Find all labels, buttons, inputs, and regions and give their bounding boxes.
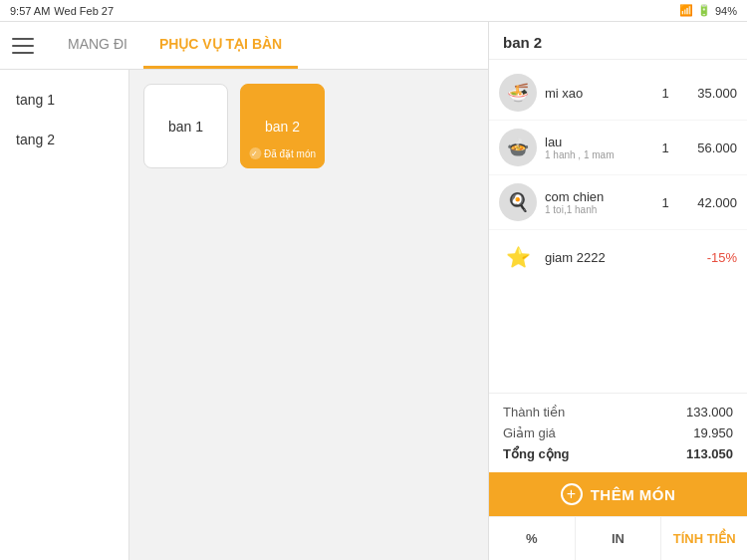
top-nav: MANG ĐI PHỤC VỤ TẠI BÀN <box>0 22 488 70</box>
status-left: 9:57 AM Wed Feb 27 <box>10 5 114 17</box>
floor-item-tang1[interactable]: tang 1 <box>0 80 128 120</box>
order-item: 🍳 com chien 1 toi,1 hanh 1 42.000 <box>489 175 747 230</box>
date: Wed Feb 27 <box>54 5 114 17</box>
right-panel: ban 2 🍜 mi xao 1 35.000 🍲 lau 1 hanh , 1… <box>488 22 747 560</box>
item-image-comchien: 🍳 <box>499 183 537 221</box>
percent-button[interactable]: % <box>489 517 576 560</box>
summary-discount: Giảm giá 19.950 <box>503 422 733 443</box>
status-bar: 9:57 AM Wed Feb 27 📶 🔋 94% <box>0 0 747 22</box>
bottom-actions: % IN TÍNH TIỀN <box>489 516 747 560</box>
time: 9:57 AM <box>10 5 50 17</box>
order-summary: Thành tiền 133.000 Giảm giá 19.950 Tổng … <box>489 393 747 472</box>
table-area: ban 1 ban 2 ✓ Đã đặt món <box>129 70 488 560</box>
discount-icon: ⭐ <box>499 238 537 276</box>
battery-percent: 94% <box>715 5 737 17</box>
table-card-ban2[interactable]: ban 2 ✓ Đã đặt món <box>240 84 325 168</box>
app-container: MANG ĐI PHỤC VỤ TẠI BÀN tang 1 tang 2 <box>0 22 747 560</box>
check-icon: ✓ <box>249 147 261 159</box>
checkout-button[interactable]: TÍNH TIỀN <box>661 517 747 560</box>
summary-subtotal: Thành tiền 133.000 <box>503 402 733 422</box>
wifi-icon: 📶 <box>679 4 693 17</box>
content-area: tang 1 tang 2 ban 1 ban 2 ✓ Đã đặt món <box>0 70 488 560</box>
right-header: ban 2 <box>489 22 747 60</box>
battery-icon: 🔋 <box>697 4 711 17</box>
item-image-mixao: 🍜 <box>499 74 537 112</box>
item-details-mixao: mi xao <box>545 86 649 101</box>
floor-item-tang2[interactable]: tang 2 <box>0 120 128 159</box>
tab-mang-di[interactable]: MANG ĐI <box>52 22 143 69</box>
summary-total: Tổng cộng 113.050 <box>503 443 733 464</box>
item-details-lau: lau 1 hanh , 1 mam <box>545 135 649 160</box>
item-image-lau: 🍲 <box>499 129 537 166</box>
item-details-comchien: com chien 1 toi,1 hanh <box>545 189 649 215</box>
plus-icon: + <box>561 483 583 505</box>
add-item-button[interactable]: + THÊM MÓN <box>489 472 747 516</box>
order-item: 🍜 mi xao 1 35.000 <box>489 66 747 121</box>
status-right: 📶 🔋 94% <box>679 4 737 17</box>
order-items: 🍜 mi xao 1 35.000 🍲 lau 1 hanh , 1 mam 1… <box>489 60 747 393</box>
left-panel: MANG ĐI PHỤC VỤ TẠI BÀN tang 1 tang 2 <box>0 22 488 560</box>
print-button[interactable]: IN <box>576 517 662 560</box>
tab-phuc-vu-tai-ban[interactable]: PHỤC VỤ TẠI BÀN <box>143 22 298 69</box>
table-card-ban1[interactable]: ban 1 <box>143 84 228 168</box>
hamburger-menu[interactable] <box>12 32 40 60</box>
discount-row: ⭐ giam 2222 -15% <box>489 230 747 284</box>
ordered-badge: ✓ Đã đặt món <box>249 147 316 159</box>
order-item: 🍲 lau 1 hanh , 1 mam 1 56.000 <box>489 121 747 175</box>
floor-list: tang 1 tang 2 <box>0 70 129 560</box>
nav-tabs: MANG ĐI PHỤC VỤ TẠI BÀN <box>52 22 298 69</box>
